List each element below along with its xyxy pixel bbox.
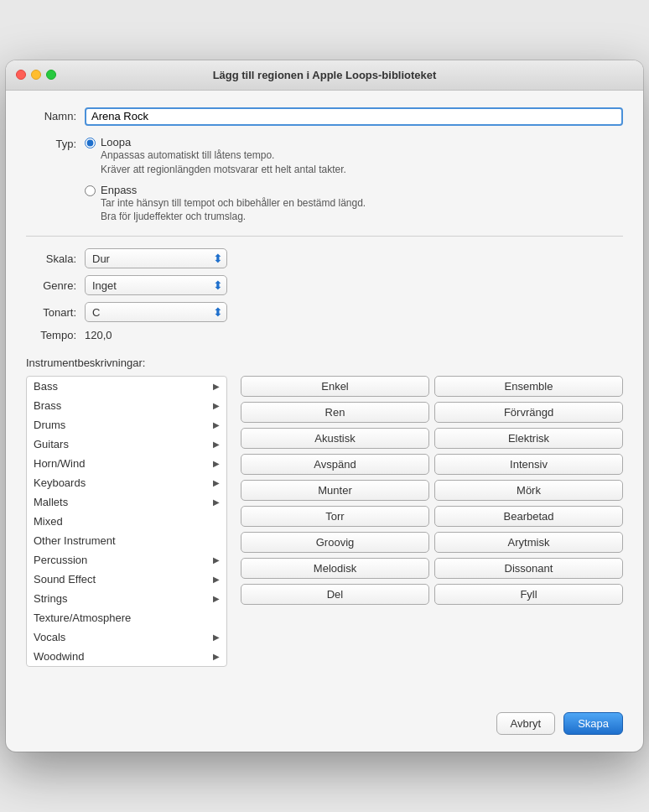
genre-select[interactable]: Inget Rock Jazz Pop Classical [85,275,227,295]
type-label: Typ: [26,136,85,150]
descriptor-intensiv[interactable]: Intensiv [434,454,623,475]
list-item[interactable]: Keyboards▶ [27,473,226,492]
arrow-icon: ▶ [213,594,220,603]
enpass-text-block: Enpass Tar inte hänsyn till tempot och b… [101,184,366,225]
tempo-label: Tempo: [26,329,85,341]
enpass-desc-line1: Tar inte hänsyn till tempot och bibehåll… [101,196,366,211]
loopa-radio[interactable] [85,138,96,148]
traffic-lights [16,70,56,80]
skala-row: Skala: Dur Moll Ingen ⬍ [26,248,623,268]
main-window: Lägg till regionen i Apple Loops-bibliot… [6,60,643,752]
cancel-button[interactable]: Avbryt [496,712,556,735]
genre-row: Genre: Inget Rock Jazz Pop Classical ⬍ [26,275,623,295]
arrow-icon: ▶ [213,440,220,449]
bottom-bar: Avbryt Skapa [6,700,643,752]
genre-select-wrapper: Inget Rock Jazz Pop Classical ⬍ [85,275,227,295]
instrument-section-label: Instrumentbeskrivningar: [26,357,623,369]
descriptor-fyll[interactable]: Fyll [434,584,623,605]
list-item[interactable]: Strings▶ [27,589,226,608]
descriptor-munter[interactable]: Munter [241,480,429,501]
list-item[interactable]: Guitars▶ [27,435,226,454]
enpass-radio-row: Enpass Tar inte hänsyn till tempot och b… [85,184,366,225]
enpass-radio[interactable] [85,185,96,196]
descriptor-akustisk[interactable]: Akustisk [241,428,429,449]
tonart-select-wrapper: C D E F G A B ⬍ [85,302,227,322]
skala-select-wrapper: Dur Moll Ingen ⬍ [85,248,227,268]
create-button[interactable]: Skapa [563,712,623,735]
tempo-value: 120,0 [85,329,112,341]
arrow-icon: ▶ [213,478,220,487]
descriptor-mork[interactable]: Mörk [434,480,623,501]
list-item[interactable]: Other Instrument [27,531,226,550]
window-title: Lägg till regionen i Apple Loops-bibliot… [213,69,437,81]
loopa-desc-line2: Kräver att regionlängden motsvarar ett h… [101,163,346,177]
descriptor-dissonant[interactable]: Dissonant [434,558,623,579]
arrow-icon: ▶ [213,632,220,642]
descriptor-bearbetad[interactable]: Bearbetad [434,506,623,527]
list-item[interactable]: Bass▶ [27,377,226,396]
descriptor-arytmisk[interactable]: Arytmisk [434,532,623,553]
arrow-icon: ▶ [213,382,220,391]
arrow-icon: ▶ [213,497,220,507]
divider-1 [26,236,623,237]
titlebar: Lägg till regionen i Apple Loops-bibliot… [6,60,643,91]
tonart-select[interactable]: C D E F G A B [85,302,227,322]
list-item[interactable]: Sound Effect▶ [27,570,226,589]
content-area: Namn: Typ: Loopa Anpassas automatiskt ti… [6,91,643,700]
instrument-list[interactable]: Bass▶ Brass▶ Drums▶ Guitars▶ Horn/Wind▶ … [26,376,227,667]
loopa-radio-row: Loopa Anpassas automatiskt till låtens t… [85,136,366,177]
tonart-row: Tonart: C D E F G A B ⬍ [26,302,623,322]
descriptor-ensemble[interactable]: Ensemble [434,376,623,397]
skala-select[interactable]: Dur Moll Ingen [85,248,227,268]
type-section: Typ: Loopa Anpassas automatiskt till låt… [26,136,623,224]
name-row: Namn: [26,107,623,126]
descriptor-enkel[interactable]: Enkel [241,376,429,397]
arrow-icon: ▶ [213,420,220,429]
minimize-button[interactable] [31,70,41,80]
list-item[interactable]: Brass▶ [27,396,226,415]
skala-label: Skala: [26,252,85,265]
type-radio-options: Loopa Anpassas automatiskt till låtens t… [85,136,366,224]
enpass-desc-line2: Bra för ljudeffekter och trumslag. [101,210,366,224]
list-item[interactable]: Mallets▶ [27,492,226,512]
list-item[interactable]: Mixed [27,512,226,531]
list-item[interactable]: Woodwind▶ [27,647,226,666]
descriptor-buttons: Enkel Ensemble Ren Förvrängd Akustisk El… [241,376,623,667]
arrow-icon: ▶ [213,459,220,468]
descriptor-ren[interactable]: Ren [241,402,429,423]
genre-label: Genre: [26,279,85,292]
list-item[interactable]: Horn/Wind▶ [27,454,226,473]
arrow-icon: ▶ [213,652,220,661]
loopa-text-block: Loopa Anpassas automatiskt till låtens t… [101,136,346,177]
loopa-desc-line1: Anpassas automatiskt till låtens tempo. [101,148,346,163]
maximize-button[interactable] [46,70,56,80]
list-item[interactable]: Vocals▶ [27,627,226,647]
instrument-area: Bass▶ Brass▶ Drums▶ Guitars▶ Horn/Wind▶ … [26,376,623,667]
descriptor-forvrangd[interactable]: Förvrängd [434,402,623,423]
arrow-icon: ▶ [213,575,220,584]
descriptor-elektrisk[interactable]: Elektrisk [434,428,623,449]
tempo-row: Tempo: 120,0 [26,329,623,341]
descriptor-melodisk[interactable]: Melodisk [241,558,429,579]
close-button[interactable] [16,70,26,80]
loopa-label: Loopa [101,136,346,148]
list-item[interactable]: Drums▶ [27,415,226,435]
list-item[interactable]: Texture/Atmosphere [27,608,226,627]
descriptor-del[interactable]: Del [241,584,429,605]
tonart-label: Tonart: [26,306,85,319]
list-item[interactable]: Percussion▶ [27,550,226,570]
descriptor-torr[interactable]: Torr [241,506,429,527]
arrow-icon: ▶ [213,401,220,410]
descriptor-avspand[interactable]: Avspänd [241,454,429,475]
name-label: Namn: [26,107,85,122]
descriptor-groovig[interactable]: Groovig [241,532,429,553]
name-input[interactable] [85,107,623,126]
arrow-icon: ▶ [213,555,220,565]
enpass-label: Enpass [101,184,366,196]
